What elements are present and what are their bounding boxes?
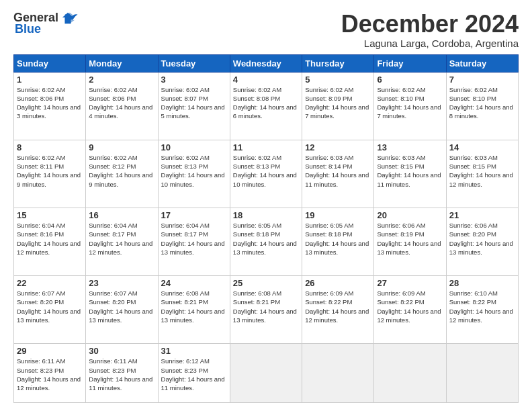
day-info: Sunrise: 6:03 AMSunset: 8:15 PMDaylight:… bbox=[449, 153, 515, 189]
day-number: 11 bbox=[233, 142, 299, 152]
day-number: 19 bbox=[305, 210, 371, 220]
calendar-header-friday: Friday bbox=[374, 54, 446, 72]
day-number: 2 bbox=[89, 75, 154, 85]
day-info: Sunrise: 6:02 AMSunset: 8:13 PMDaylight:… bbox=[233, 153, 299, 189]
calendar-header-tuesday: Tuesday bbox=[158, 54, 230, 72]
day-number: 14 bbox=[449, 142, 515, 152]
calendar-row-4: 22Sunrise: 6:07 AMSunset: 8:20 PMDayligh… bbox=[14, 276, 519, 344]
day-info: Sunrise: 6:02 AMSunset: 8:11 PMDaylight:… bbox=[17, 153, 83, 189]
day-number: 12 bbox=[305, 142, 371, 152]
day-info: Sunrise: 6:02 AMSunset: 8:08 PMDaylight:… bbox=[233, 85, 299, 121]
day-number: 26 bbox=[305, 278, 371, 288]
page: General Blue December 2024 Laguna Larga,… bbox=[0, 0, 532, 411]
calendar-day-21: 21Sunrise: 6:06 AMSunset: 8:20 PMDayligh… bbox=[446, 208, 518, 275]
calendar-day-19: 19Sunrise: 6:05 AMSunset: 8:18 PMDayligh… bbox=[302, 208, 374, 275]
calendar-header-thursday: Thursday bbox=[302, 54, 374, 72]
day-number: 20 bbox=[377, 210, 443, 220]
day-info: Sunrise: 6:09 AMSunset: 8:22 PMDaylight:… bbox=[305, 289, 371, 324]
calendar-day-7: 7Sunrise: 6:02 AMSunset: 8:10 PMDaylight… bbox=[446, 72, 518, 140]
day-info: Sunrise: 6:11 AMSunset: 8:23 PMDaylight:… bbox=[89, 357, 154, 392]
day-info: Sunrise: 6:05 AMSunset: 8:18 PMDaylight:… bbox=[305, 221, 371, 257]
day-info: Sunrise: 6:02 AMSunset: 8:06 PMDaylight:… bbox=[89, 85, 154, 121]
day-number: 29 bbox=[17, 346, 83, 356]
calendar-empty bbox=[302, 344, 374, 403]
day-info: Sunrise: 6:02 AMSunset: 8:13 PMDaylight:… bbox=[161, 153, 227, 189]
day-info: Sunrise: 6:08 AMSunset: 8:21 PMDaylight:… bbox=[233, 289, 299, 324]
day-info: Sunrise: 6:12 AMSunset: 8:23 PMDaylight:… bbox=[161, 357, 227, 392]
calendar-header-sunday: Sunday bbox=[14, 54, 86, 72]
day-number: 5 bbox=[305, 75, 371, 85]
day-number: 31 bbox=[161, 346, 227, 356]
day-number: 24 bbox=[161, 278, 227, 288]
calendar-day-13: 13Sunrise: 6:03 AMSunset: 8:15 PMDayligh… bbox=[374, 140, 446, 208]
day-info: Sunrise: 6:09 AMSunset: 8:22 PMDaylight:… bbox=[377, 289, 443, 324]
day-number: 18 bbox=[233, 210, 299, 220]
calendar-empty bbox=[446, 344, 518, 403]
day-number: 27 bbox=[377, 278, 443, 288]
calendar-empty bbox=[230, 344, 302, 403]
calendar-day-15: 15Sunrise: 6:04 AMSunset: 8:16 PMDayligh… bbox=[14, 208, 86, 275]
calendar-row-1: 1Sunrise: 6:02 AMSunset: 8:06 PMDaylight… bbox=[14, 72, 519, 140]
day-info: Sunrise: 6:05 AMSunset: 8:18 PMDaylight:… bbox=[233, 221, 299, 257]
day-info: Sunrise: 6:02 AMSunset: 8:10 PMDaylight:… bbox=[449, 85, 515, 121]
title-block: December 2024 Laguna Larga, Cordoba, Arg… bbox=[341, 11, 519, 49]
day-info: Sunrise: 6:04 AMSunset: 8:16 PMDaylight:… bbox=[17, 221, 83, 257]
day-number: 25 bbox=[233, 278, 299, 288]
day-info: Sunrise: 6:08 AMSunset: 8:21 PMDaylight:… bbox=[161, 289, 227, 324]
calendar-day-10: 10Sunrise: 6:02 AMSunset: 8:13 PMDayligh… bbox=[158, 140, 230, 208]
calendar-day-23: 23Sunrise: 6:07 AMSunset: 8:20 PMDayligh… bbox=[86, 276, 158, 344]
calendar-day-2: 2Sunrise: 6:02 AMSunset: 8:06 PMDaylight… bbox=[86, 72, 158, 140]
day-number: 13 bbox=[377, 142, 443, 152]
day-info: Sunrise: 6:04 AMSunset: 8:17 PMDaylight:… bbox=[161, 221, 227, 257]
day-number: 28 bbox=[449, 278, 515, 288]
day-info: Sunrise: 6:03 AMSunset: 8:15 PMDaylight:… bbox=[377, 153, 443, 189]
calendar-day-5: 5Sunrise: 6:02 AMSunset: 8:09 PMDaylight… bbox=[302, 72, 374, 140]
day-info: Sunrise: 6:06 AMSunset: 8:19 PMDaylight:… bbox=[377, 221, 443, 257]
day-number: 22 bbox=[17, 278, 83, 288]
calendar-row-3: 15Sunrise: 6:04 AMSunset: 8:16 PMDayligh… bbox=[14, 208, 519, 275]
header: General Blue December 2024 Laguna Larga,… bbox=[13, 11, 519, 49]
day-info: Sunrise: 6:07 AMSunset: 8:20 PMDaylight:… bbox=[89, 289, 154, 324]
calendar-day-27: 27Sunrise: 6:09 AMSunset: 8:22 PMDayligh… bbox=[374, 276, 446, 344]
day-info: Sunrise: 6:04 AMSunset: 8:17 PMDaylight:… bbox=[89, 221, 154, 257]
calendar-day-20: 20Sunrise: 6:06 AMSunset: 8:19 PMDayligh… bbox=[374, 208, 446, 275]
day-number: 17 bbox=[161, 210, 227, 220]
day-info: Sunrise: 6:02 AMSunset: 8:12 PMDaylight:… bbox=[89, 153, 154, 189]
calendar-day-11: 11Sunrise: 6:02 AMSunset: 8:13 PMDayligh… bbox=[230, 140, 302, 208]
month-title: December 2024 bbox=[341, 11, 519, 38]
calendar-day-25: 25Sunrise: 6:08 AMSunset: 8:21 PMDayligh… bbox=[230, 276, 302, 344]
logo-blue: Blue bbox=[15, 22, 41, 36]
calendar-day-26: 26Sunrise: 6:09 AMSunset: 8:22 PMDayligh… bbox=[302, 276, 374, 344]
calendar-day-12: 12Sunrise: 6:03 AMSunset: 8:14 PMDayligh… bbox=[302, 140, 374, 208]
calendar-day-29: 29Sunrise: 6:11 AMSunset: 8:23 PMDayligh… bbox=[14, 344, 86, 403]
day-info: Sunrise: 6:10 AMSunset: 8:22 PMDaylight:… bbox=[449, 289, 515, 324]
logo: General Blue bbox=[13, 11, 79, 36]
day-number: 7 bbox=[449, 75, 515, 85]
calendar-day-31: 31Sunrise: 6:12 AMSunset: 8:23 PMDayligh… bbox=[158, 344, 230, 403]
calendar-day-22: 22Sunrise: 6:07 AMSunset: 8:20 PMDayligh… bbox=[14, 276, 86, 344]
calendar-day-6: 6Sunrise: 6:02 AMSunset: 8:10 PMDaylight… bbox=[374, 72, 446, 140]
day-info: Sunrise: 6:02 AMSunset: 8:06 PMDaylight:… bbox=[17, 85, 83, 121]
day-number: 16 bbox=[89, 210, 154, 220]
location: Laguna Larga, Cordoba, Argentina bbox=[341, 38, 519, 49]
calendar-day-28: 28Sunrise: 6:10 AMSunset: 8:22 PMDayligh… bbox=[446, 276, 518, 344]
calendar-day-18: 18Sunrise: 6:05 AMSunset: 8:18 PMDayligh… bbox=[230, 208, 302, 275]
calendar-header-wednesday: Wednesday bbox=[230, 54, 302, 72]
calendar-row-2: 8Sunrise: 6:02 AMSunset: 8:11 PMDaylight… bbox=[14, 140, 519, 208]
day-info: Sunrise: 6:06 AMSunset: 8:20 PMDaylight:… bbox=[449, 221, 515, 257]
day-info: Sunrise: 6:02 AMSunset: 8:07 PMDaylight:… bbox=[161, 85, 227, 121]
calendar-day-4: 4Sunrise: 6:02 AMSunset: 8:08 PMDaylight… bbox=[230, 72, 302, 140]
calendar-header-monday: Monday bbox=[86, 54, 158, 72]
calendar-header-saturday: Saturday bbox=[446, 54, 518, 72]
calendar-day-3: 3Sunrise: 6:02 AMSunset: 8:07 PMDaylight… bbox=[158, 72, 230, 140]
logo-bird-icon bbox=[64, 10, 79, 25]
calendar-header-row: SundayMondayTuesdayWednesdayThursdayFrid… bbox=[14, 54, 519, 72]
calendar-day-30: 30Sunrise: 6:11 AMSunset: 8:23 PMDayligh… bbox=[86, 344, 158, 403]
calendar-day-9: 9Sunrise: 6:02 AMSunset: 8:12 PMDaylight… bbox=[86, 140, 158, 208]
day-number: 4 bbox=[233, 75, 299, 85]
calendar-day-8: 8Sunrise: 6:02 AMSunset: 8:11 PMDaylight… bbox=[14, 140, 86, 208]
calendar-day-16: 16Sunrise: 6:04 AMSunset: 8:17 PMDayligh… bbox=[86, 208, 158, 275]
calendar-row-5: 29Sunrise: 6:11 AMSunset: 8:23 PMDayligh… bbox=[14, 344, 519, 403]
calendar-day-24: 24Sunrise: 6:08 AMSunset: 8:21 PMDayligh… bbox=[158, 276, 230, 344]
calendar-day-14: 14Sunrise: 6:03 AMSunset: 8:15 PMDayligh… bbox=[446, 140, 518, 208]
